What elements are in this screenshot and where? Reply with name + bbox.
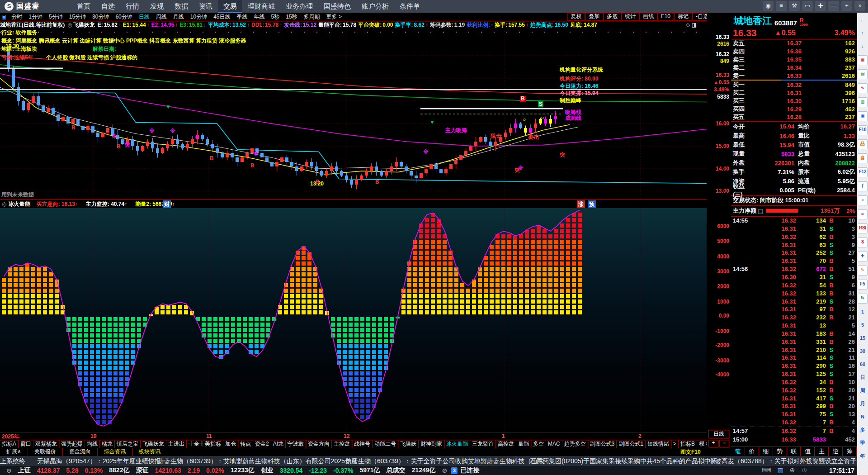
- money-icon[interactable]: $: [858, 238, 868, 247]
- button-多股[interactable]: 多股: [603, 13, 621, 20]
- indicator-tab-模 板[interactable]: 模 板: [697, 440, 707, 448]
- f5-icon[interactable]: F5: [858, 280, 868, 290]
- indicator-tab-短线情绪[interactable]: 短线情绪: [646, 440, 671, 448]
- indicator-tab-冰火量能[interactable]: 冰火量能: [444, 440, 470, 448]
- back-arrow-icon[interactable]: ←: [858, 16, 867, 25]
- info-tab-关联报价[interactable]: 关联报价: [28, 448, 63, 456]
- move-icon[interactable]: ✚: [858, 252, 868, 261]
- menu-item-首页[interactable]: 首页: [71, 0, 96, 13]
- indicator-tab-双紫橘龙[interactable]: 双紫橘龙: [33, 440, 59, 448]
- menu-item-国盛特色[interactable]: 国盛特色: [318, 0, 356, 13]
- close-icon[interactable]: ×: [854, 1, 865, 11]
- main-candle-chart[interactable]: [0, 28, 707, 199]
- sell-row[interactable]: 卖四16.36926: [731, 48, 857, 56]
- tree-icon[interactable]: 品: [858, 139, 868, 149]
- zoom-out-button[interactable]: −: [719, 440, 729, 447]
- tools-icon[interactable]: ⚒: [789, 1, 800, 11]
- timeframe-60分钟[interactable]: 60分钟: [112, 13, 135, 21]
- indicator-tab-MAC[interactable]: MAC: [546, 440, 562, 448]
- indicator-tab-指标B[interactable]: 指标B: [679, 440, 697, 448]
- indicator-collapse-icon[interactable]: ◎: [2, 201, 6, 207]
- timeframe-季线[interactable]: 季线: [234, 13, 251, 21]
- trend-icon[interactable]: ∿: [858, 83, 868, 93]
- period-30-icon[interactable]: 30: [858, 347, 867, 356]
- indicator-tab-资金方向[interactable]: 资金方向: [306, 440, 332, 448]
- indicator-tab-宁波敢[interactable]: 宁波敢: [286, 440, 306, 448]
- panel-layout-icon[interactable]: ▣: [0, 14, 8, 20]
- wave-icon[interactable]: ≈: [858, 209, 868, 219]
- timeframe-周线[interactable]: 周线: [153, 13, 170, 21]
- indicator-tab-趋势多空[interactable]: 趋势多空: [562, 440, 588, 448]
- timeframe-5分钟[interactable]: 5分钟: [46, 13, 66, 21]
- news-headline[interactable]: 上系统终: [0, 457, 25, 466]
- status-expander-icon[interactable]: ⊙: [6, 467, 12, 474]
- indicator-tab-量能[interactable]: 量能: [516, 440, 531, 448]
- info-tab-资金流向[interactable]: 资金流向: [63, 448, 98, 456]
- buy-row[interactable]: 买二16.31396: [731, 89, 857, 97]
- panel-icon[interactable]: ▥: [777, 466, 783, 474]
- list-icon[interactable]: ▤: [858, 69, 868, 79]
- indicator-tab-飞碟妖龙[interactable]: 飞碟妖龙: [141, 440, 166, 448]
- indicator-tab-战神号[interactable]: 战神号: [352, 440, 373, 448]
- kline-icon[interactable]: ▥: [858, 97, 868, 107]
- indicator-tab-动能二号[interactable]: 动能二号: [373, 440, 398, 448]
- quote-tab-价[interactable]: 价: [745, 447, 759, 456]
- crown-icon[interactable]: ♔: [801, 466, 807, 474]
- indicator-tab-镇店之宝[interactable]: 镇店之宝: [115, 440, 141, 448]
- index-name[interactable]: 上证: [18, 466, 31, 475]
- button-F10[interactable]: F10: [657, 13, 674, 20]
- formula-icon[interactable]: ƒ: [858, 181, 868, 191]
- info-tab-板块资讯[interactable]: 板块资讯: [132, 448, 167, 456]
- period-quarter-icon[interactable]: 季: [858, 439, 867, 448]
- settings-icon[interactable]: ≡: [776, 1, 787, 11]
- cai-badge[interactable]: 财: [163, 200, 171, 208]
- period-year-icon[interactable]: 年: [858, 452, 867, 461]
- custom-icon[interactable]: 自: [858, 153, 868, 163]
- period-60-icon[interactable]: 60: [858, 360, 867, 369]
- timeframe-更多 >[interactable]: 更多 >: [323, 13, 345, 21]
- period-multi-icon[interactable]: 多: [858, 426, 867, 435]
- menu-item-账户分析[interactable]: 账户分析: [356, 0, 394, 13]
- quote-tab-势[interactable]: 势: [773, 447, 787, 456]
- buy-row[interactable]: 买一16.32849: [731, 81, 857, 89]
- button-画线[interactable]: 画线: [639, 13, 657, 20]
- timeframe-分时[interactable]: 分时: [8, 13, 25, 21]
- f10-icon[interactable]: F10: [858, 125, 868, 135]
- indicator-tab-飞碟妖[interactable]: 飞碟妖: [398, 440, 419, 448]
- quote-tab-逆[interactable]: 逆: [829, 447, 843, 456]
- graphic-f10-link[interactable]: 图文F10: [680, 448, 701, 456]
- buy-row[interactable]: 买三16.301716: [731, 97, 857, 105]
- menu-item-行情[interactable]: 行情: [120, 0, 145, 13]
- period-n-icon[interactable]: N: [858, 413, 867, 422]
- indicator-tab-主进出[interactable]: 主进出: [166, 440, 187, 448]
- message-icon[interactable]: ◉: [763, 1, 774, 11]
- indicator-tab-橘龙[interactable]: 橘龙: [100, 440, 115, 448]
- news-headline[interactable]: 石四药集团(02005)于国家集采接续采购中共45个品种的产品拟中标: [530, 457, 717, 466]
- menu-item-自选[interactable]: 自选: [96, 0, 120, 13]
- timeframe-多周期[interactable]: 多周期: [301, 13, 323, 21]
- buy-row[interactable]: 买四16.29462: [731, 105, 857, 113]
- menu-item-交易[interactable]: 交易: [218, 0, 242, 13]
- quote-tab-笔[interactable]: 笔: [731, 447, 745, 456]
- period-month-icon[interactable]: 月: [858, 399, 867, 408]
- news-headline[interactable]: 蔚蓝生物（603739）：艾地盟蔚蓝生物科技（山东）有限公司2025年度: [158, 457, 358, 466]
- period-15-icon[interactable]: 15: [858, 334, 867, 343]
- f12-icon[interactable]: F12: [858, 167, 868, 177]
- corner-icons[interactable]: ◇ ◨: [686, 22, 697, 28]
- refresh-icon[interactable]: ↻: [858, 294, 868, 304]
- buy-row[interactable]: 买五16.28237: [731, 113, 857, 121]
- menu-item-数据[interactable]: 数据: [169, 0, 193, 13]
- monitor-icon[interactable]: ▭: [802, 1, 813, 11]
- zoom-in-button[interactable]: +: [708, 440, 718, 447]
- period-week-icon[interactable]: 周: [858, 386, 867, 395]
- timeframe-10分钟[interactable]: 10分钟: [187, 13, 210, 21]
- indicator-tab-多空[interactable]: 多空: [531, 440, 546, 448]
- indicator-collapse-icon[interactable]: ◎: [67, 22, 72, 28]
- indicator-tab-转点[interactable]: 转点: [238, 440, 253, 448]
- period-label[interactable]: 日线: [708, 430, 729, 438]
- board-icon[interactable]: ▦: [858, 55, 868, 65]
- quote-tab-细[interactable]: 细: [759, 447, 773, 456]
- menu-item-理财商城[interactable]: 理财商城: [242, 0, 280, 13]
- indicator-tab-高控盘[interactable]: 高控盘: [496, 440, 516, 448]
- timeframe-月线[interactable]: 月线: [170, 13, 187, 21]
